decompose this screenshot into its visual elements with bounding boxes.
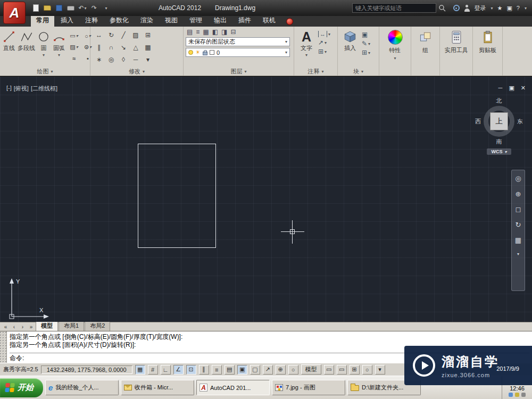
erase-tool-icon[interactable]: ▨ [130,30,141,40]
viewcube[interactable]: 北 西 上 东 南 WCS▾ [473,97,525,155]
taskbar-item-ie[interactable]: e 我的经验_个人... [45,380,119,395]
leader-tool[interactable]: ↗▾ [318,39,330,46]
ribbon-tab-plugins[interactable]: 插件 [233,14,256,27]
tool-circle[interactable]: 圆 ▾ [37,28,51,68]
ribbon-tab-annotate[interactable]: 注释 [80,14,103,27]
annotation-scale-button[interactable]: ⊞ [350,365,360,375]
rectangle-tool-icon[interactable]: ▭▾ [68,31,80,41]
zoom-icon[interactable]: ◻ [516,205,521,213]
user-icon[interactable] [464,5,470,12]
command-window-grip[interactable] [0,331,7,363]
transparency-toggle[interactable]: ▢ [250,365,260,375]
ducs-toggle[interactable]: ≡ [212,365,222,375]
tool-arc[interactable]: 圆弧 ▾ [52,28,66,68]
move-tool-icon[interactable]: ↔ [94,30,104,40]
search-input[interactable] [352,3,436,13]
help-button[interactable]: ? [517,5,520,11]
ribbon-tab-insert[interactable]: 插入 [55,14,79,27]
quickview-layouts-button[interactable]: ▭ [324,365,334,375]
exchange-apps-icon[interactable]: ▣ [506,5,512,12]
first-layout-button[interactable]: « [2,324,10,331]
layer-state-dropdown[interactable]: 未保存的图层状态 ▾ [186,37,290,46]
redo-button[interactable]: ↷ [89,3,99,13]
panel-title-block[interactable]: 块▾ [338,68,379,76]
ribbon-tab-home[interactable]: 常用 [31,14,54,27]
viewcube-top-face[interactable]: 上 [490,112,508,130]
layer-on-icon[interactable] [188,50,193,55]
tab-layout2[interactable]: 布局2 [85,321,110,331]
viewport-menu-button[interactable]: [-] [6,85,12,93]
groups-tool[interactable]: 组 [411,27,439,76]
quickprops-toggle[interactable]: ↗ [263,365,273,375]
visual-style-button[interactable]: [二维线框] [31,85,57,93]
panel-title-annotate[interactable]: 注释▾ [294,68,337,76]
create-block-tool[interactable]: ▣ [362,31,370,38]
ribbon-tab-output[interactable]: 输出 [209,14,232,27]
close-icon[interactable]: ✕ [521,85,526,92]
insert-block-tool[interactable]: 插入 [340,28,360,68]
3dosnap-toggle[interactable]: ○ [288,365,298,375]
panel-title-modify[interactable]: 修改▾ [90,68,183,76]
lineweight-toggle[interactable]: ▣ [237,365,247,375]
undo-dropdown-icon[interactable]: ▾ [85,6,87,11]
layer-dropdown[interactable]: ☀ 0 ▾ [186,48,290,57]
tab-model[interactable]: 模型 [36,321,58,331]
modify-flyout-icon[interactable]: ▾ [143,54,153,65]
stretch-tool-icon[interactable]: ↘ [118,42,129,53]
revcloud-tool-icon[interactable]: ≈ [68,53,80,63]
online-status-icon[interactable] [286,18,293,25]
statusbar-menu-button[interactable]: ▾ [375,365,385,375]
tray-app-icon[interactable] [521,393,526,397]
array-tool-icon[interactable]: ▦ [143,42,153,53]
viewcube-east-label[interactable]: 东 [517,118,523,126]
layer-lock-icon[interactable] [203,52,207,55]
snap-toggle[interactable]: # [148,365,158,375]
text-flyout-icon[interactable]: ▾ [305,53,307,57]
next-layout-button[interactable]: › [19,324,27,331]
undo-button[interactable]: ↶▾ [78,3,87,13]
selectioncycling-toggle[interactable]: ⊕ [276,365,286,375]
table-tool[interactable]: ⊞▾ [318,48,330,55]
prev-layout-button[interactable]: ‹ [10,324,18,331]
hatch-tool-icon[interactable]: ▨▾ [68,42,80,52]
model-space-button[interactable]: 模型 [301,364,321,375]
ribbon-tab-view[interactable]: 视图 [160,14,183,27]
open-file-button[interactable] [43,3,52,13]
scale-tool-icon[interactable]: △ [130,42,141,53]
viewcube-west-label[interactable]: 西 [475,118,481,126]
coordinates-display[interactable]: 1432.2489, 1775.7968, 0.0000 [41,365,132,374]
quickview-drawings-button[interactable]: ▭ [337,365,347,375]
tray-clock[interactable]: 12:46 [510,385,525,392]
drawn-rectangle[interactable] [138,144,216,248]
taskbar-item-outlook[interactable]: 收件箱 - Micr... [121,380,194,395]
utilities-tool[interactable]: 实用工具 [440,27,472,76]
annotation-visibility-button[interactable]: ○ [362,365,372,375]
layer-lock-tool-icon[interactable]: ⊟ [230,28,236,36]
trim-tool-icon[interactable]: ╱ [118,30,129,40]
qat-customize-button[interactable]: ▾ [101,3,111,13]
layer-color-swatch[interactable] [210,50,214,55]
panel-title-draw[interactable]: 绘图▾ [0,68,90,76]
explode-tool-icon[interactable]: ∗ [94,54,104,65]
copy-tool-icon[interactable]: ⊞ [143,30,153,40]
lengthen-tool-icon[interactable]: ─ [130,54,141,65]
grid-toggle[interactable]: ▦ [135,365,145,375]
restore-icon[interactable]: ▣ [509,85,514,92]
panel-title-layers[interactable]: 图层▾ [184,68,294,76]
offset-tool-icon[interactable]: ◎ [106,54,117,65]
showmotion-icon[interactable]: ▦ [515,236,521,244]
dimension-tool[interactable]: ↔▾ [318,31,330,37]
app-menu-button[interactable]: A [3,2,26,24]
layer-freeze-tool-icon[interactable]: ◧ [212,28,218,36]
ribbon-tab-online[interactable]: 联机 [257,14,281,27]
steering-wheel-icon[interactable]: ◎ [515,174,521,182]
last-layout-button[interactable]: » [27,324,35,331]
help-dropdown-icon[interactable]: ▾ [525,6,527,11]
dyn-toggle[interactable]: ▤ [225,365,235,375]
tab-layout1[interactable]: 布局1 [59,321,84,331]
layer-match-icon[interactable]: ≡ [196,28,200,36]
ortho-toggle[interactable]: ∟ [161,365,171,375]
tray-volume-icon[interactable] [515,393,519,397]
navbar-menu-icon[interactable]: ▾ [517,252,519,256]
save-button[interactable] [54,3,64,13]
